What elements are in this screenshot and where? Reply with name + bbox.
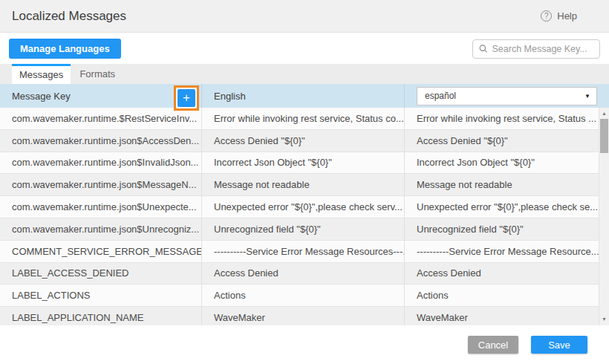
table-row[interactable]: com.wavemaker.runtime.json$AccessDen... … bbox=[0, 130, 599, 152]
english-cell[interactable]: Access Denied "${0}" bbox=[202, 130, 405, 152]
english-cell[interactable]: Error while invoking rest service, Statu… bbox=[202, 108, 405, 129]
tab-messages[interactable]: Messages bbox=[12, 64, 71, 84]
message-key-cell[interactable]: com.wavemaker.runtime.json$AccessDen... bbox=[0, 130, 202, 152]
table-row[interactable]: com.wavemaker.runtime.json$Unrecogniz...… bbox=[0, 218, 599, 241]
table-row[interactable]: com.wavemaker.runtime.json$MessageN... M… bbox=[0, 174, 599, 196]
toolbar: Manage Languages bbox=[0, 33, 609, 64]
manage-languages-button[interactable]: Manage Languages bbox=[9, 39, 121, 59]
scrollbar-thumb[interactable] bbox=[600, 119, 608, 153]
footer: Cancel Save bbox=[0, 325, 609, 364]
spanish-cell[interactable]: Unrecognized field "${0}" bbox=[405, 218, 599, 240]
table-row[interactable]: LABEL_ACCESS_DENIED Access Denied Access… bbox=[0, 263, 599, 285]
table-rows: com.wavemaker.runtime.$RestServiceInv...… bbox=[0, 108, 599, 325]
spanish-cell[interactable]: Access Denied bbox=[405, 263, 599, 285]
english-cell[interactable]: Unrecognized field "${0}" bbox=[202, 218, 405, 240]
scroll-down-icon[interactable]: ▼ bbox=[599, 315, 609, 324]
english-cell[interactable]: Unexpected error "${0}",please check ser… bbox=[202, 196, 405, 218]
message-key-cell[interactable]: LABEL_ACTIONS bbox=[0, 285, 202, 306]
message-key-cell[interactable]: LABEL_ACCESS_DENIED bbox=[0, 263, 202, 285]
add-message-button[interactable]: + bbox=[178, 89, 195, 107]
table-row[interactable]: LABEL_APPLICATION_NAME WaveMaker WaveMak… bbox=[0, 307, 599, 325]
column-header-english: English bbox=[202, 84, 405, 108]
message-key-cell[interactable]: com.wavemaker.runtime.json$InvalidJson..… bbox=[0, 152, 202, 174]
table-row[interactable]: LABEL_ACTIONS Actions Actions bbox=[0, 285, 599, 307]
english-cell[interactable]: Incorrect Json Object "${0}" bbox=[202, 152, 405, 174]
message-key-cell[interactable]: LABEL_APPLICATION_NAME bbox=[0, 307, 202, 325]
spanish-cell[interactable]: Unexpected error "${0}",please check se.… bbox=[405, 196, 599, 218]
message-key-cell[interactable]: com.wavemaker.runtime.json$Unexpecte... bbox=[0, 196, 202, 218]
scroll-up-icon[interactable]: ▲ bbox=[599, 109, 609, 118]
help-icon: ? bbox=[541, 10, 552, 22]
column-header-message-key: Message Key + bbox=[0, 84, 202, 108]
message-key-cell[interactable]: com.wavemaker.runtime.json$Unrecogniz... bbox=[0, 218, 202, 240]
language-dropdown[interactable]: español ▼ bbox=[417, 87, 597, 105]
message-key-cell[interactable]: COMMENT_SERVICE_ERROR_MESSAGES bbox=[0, 241, 202, 262]
english-cell[interactable]: ----------Service Error Message Resource… bbox=[202, 241, 405, 262]
help-button[interactable]: ? Help bbox=[541, 10, 577, 22]
message-key-cell[interactable]: com.wavemaker.runtime.json$MessageN... bbox=[0, 174, 202, 195]
table-row[interactable]: com.wavemaker.runtime.$RestServiceInv...… bbox=[0, 108, 599, 130]
english-cell[interactable]: Access Denied bbox=[202, 263, 405, 285]
tab-strip: Messages Formats bbox=[0, 64, 609, 84]
spanish-cell[interactable]: WaveMaker bbox=[405, 307, 599, 325]
spanish-cell[interactable]: ----------Service Error Message Resource… bbox=[405, 241, 599, 262]
page-title: Localized Messages bbox=[12, 9, 126, 24]
search-box[interactable] bbox=[472, 39, 600, 59]
table-row[interactable]: com.wavemaker.runtime.json$InvalidJson..… bbox=[0, 152, 599, 175]
search-input[interactable] bbox=[492, 44, 593, 54]
save-button[interactable]: Save bbox=[531, 336, 587, 354]
spanish-cell[interactable]: Incorrect Json Object "${0}" bbox=[405, 152, 599, 174]
message-key-cell[interactable]: com.wavemaker.runtime.$RestServiceInv... bbox=[0, 108, 202, 129]
vertical-scrollbar[interactable]: ▲ ▼ bbox=[599, 108, 609, 325]
english-cell[interactable]: Message not readable bbox=[202, 174, 405, 195]
message-key-header-label: Message Key bbox=[12, 91, 71, 102]
title-bar: Localized Messages ? Help bbox=[0, 0, 609, 33]
table-row[interactable]: COMMENT_SERVICE_ERROR_MESSAGES ---------… bbox=[0, 241, 599, 263]
english-header-label: English bbox=[214, 91, 246, 102]
tab-formats[interactable]: Formats bbox=[71, 64, 124, 84]
help-label: Help bbox=[557, 10, 577, 22]
spanish-cell[interactable]: Access Denied "${0}" bbox=[405, 130, 599, 152]
chevron-down-icon: ▼ bbox=[584, 93, 590, 100]
cancel-button[interactable]: Cancel bbox=[468, 336, 518, 354]
language-dropdown-value: español bbox=[425, 91, 456, 101]
spanish-cell[interactable]: Actions bbox=[405, 285, 599, 306]
spanish-cell[interactable]: Error while invoking rest service, Statu… bbox=[405, 108, 599, 129]
add-icon: + bbox=[183, 91, 190, 105]
localized-messages-dialog: Localized Messages ? Help Manage Languag… bbox=[0, 0, 609, 364]
table-header: Message Key + English español ▼ bbox=[0, 84, 609, 108]
add-button-highlight: + bbox=[174, 85, 199, 111]
table-row[interactable]: com.wavemaker.runtime.json$Unexpecte... … bbox=[0, 196, 599, 218]
english-cell[interactable]: WaveMaker bbox=[202, 307, 405, 325]
table-body: com.wavemaker.runtime.$RestServiceInv...… bbox=[0, 108, 609, 325]
search-icon bbox=[479, 44, 488, 53]
english-cell[interactable]: Actions bbox=[202, 285, 405, 306]
column-header-language: español ▼ bbox=[405, 84, 609, 108]
spanish-cell[interactable]: Message not readable bbox=[405, 174, 599, 195]
